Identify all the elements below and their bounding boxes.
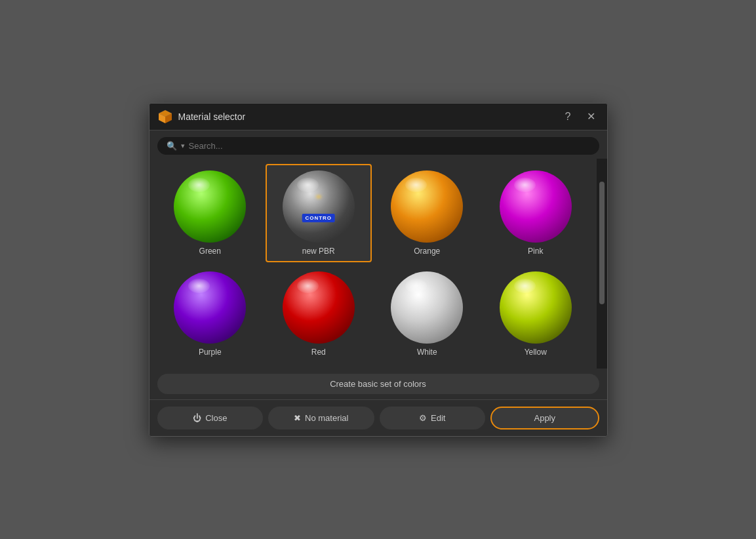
material-selector-dialog: Material selector ? ✕ 🔍 ▾ Green — [149, 103, 608, 437]
pbr-highlight — [316, 195, 321, 198]
material-label-newpbr: new PBR — [302, 247, 335, 256]
ball-shine — [188, 178, 210, 192]
pbr-car-label: CONTRO — [302, 214, 335, 222]
apply-button[interactable]: Apply — [490, 407, 599, 429]
search-input-wrap: 🔍 ▾ — [157, 137, 599, 155]
ball-shine-pink — [514, 178, 536, 192]
ball-preview-yellow — [500, 271, 572, 344]
material-label-yellow: Yellow — [525, 348, 547, 357]
grid-area: Green CONTRO new PBR Orange — [149, 159, 607, 369]
ball-preview-green — [174, 170, 246, 243]
material-item-red[interactable]: Red — [266, 265, 372, 363]
x-icon: ✖ — [294, 413, 301, 423]
ball-preview-pink — [500, 170, 572, 243]
material-label-white: White — [417, 348, 437, 357]
ball-shine-purple — [188, 279, 210, 293]
close-label: Close — [205, 413, 227, 423]
material-item-green[interactable]: Green — [157, 164, 264, 262]
ball-preview-white — [391, 271, 463, 344]
scrollbar-track — [599, 161, 605, 366]
material-label-pink: Pink — [528, 247, 543, 256]
gear-icon: ⚙ — [419, 413, 427, 423]
material-item-newpbr[interactable]: CONTRO new PBR — [266, 164, 372, 262]
ball-shine-pbr — [297, 178, 319, 192]
close-window-button[interactable]: ✕ — [583, 109, 599, 124]
ball-preview-purple — [174, 271, 246, 344]
material-grid: Green CONTRO new PBR Orange — [149, 159, 597, 369]
ball-shine-orange — [405, 178, 427, 192]
titlebar-controls: ? ✕ — [561, 109, 599, 124]
ball-preview-pbr: CONTRO — [283, 170, 355, 243]
power-icon: ⏻ — [193, 413, 201, 423]
material-label-purple: Purple — [199, 348, 222, 357]
edit-label: Edit — [431, 413, 445, 423]
create-btn-bar: Create basic set of colors — [149, 369, 607, 399]
scrollbar[interactable] — [597, 159, 607, 369]
material-item-white[interactable]: White — [374, 265, 481, 363]
material-item-purple[interactable]: Purple — [157, 265, 264, 363]
search-bar: 🔍 ▾ — [149, 130, 607, 159]
dialog-title: Material selector — [178, 111, 246, 122]
search-input[interactable] — [189, 141, 590, 151]
create-basic-colors-button[interactable]: Create basic set of colors — [157, 374, 599, 394]
material-item-yellow[interactable]: Yellow — [483, 265, 589, 363]
search-filter-icon[interactable]: ▾ — [181, 142, 185, 150]
titlebar-left: Material selector — [157, 109, 246, 125]
action-bar: ⏻ Close ✖ No material ⚙ Edit Apply — [149, 399, 607, 436]
app-logo-icon — [157, 109, 173, 125]
material-label-green: Green — [199, 247, 221, 256]
ball-shine-yellow — [514, 279, 536, 293]
ball-preview-red — [283, 271, 355, 344]
scrollbar-thumb[interactable] — [599, 182, 605, 304]
search-icon: 🔍 — [167, 141, 177, 151]
material-label-red: Red — [311, 348, 326, 357]
close-button[interactable]: ⏻ Close — [157, 407, 264, 429]
help-button[interactable]: ? — [561, 110, 575, 124]
ball-preview-orange — [391, 170, 463, 243]
no-material-button[interactable]: ✖ No material — [268, 407, 374, 429]
titlebar: Material selector ? ✕ — [149, 104, 607, 130]
ball-shine-white — [405, 279, 427, 293]
material-item-pink[interactable]: Pink — [483, 164, 589, 262]
no-material-label: No material — [305, 413, 348, 423]
ball-shine-red — [297, 279, 319, 293]
material-item-orange[interactable]: Orange — [374, 164, 481, 262]
edit-button[interactable]: ⚙ Edit — [380, 407, 486, 429]
material-label-orange: Orange — [414, 247, 440, 256]
